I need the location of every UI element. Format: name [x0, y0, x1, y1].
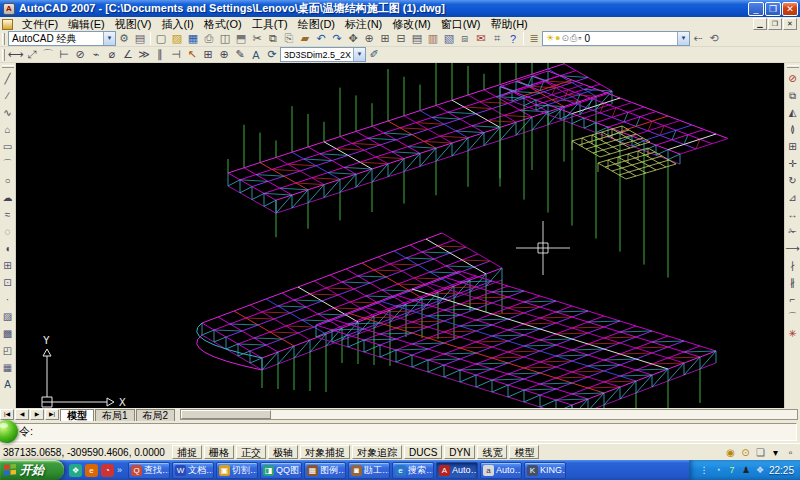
new-file-icon[interactable]: ▢ [153, 31, 169, 46]
gradient-icon[interactable]: ▩ [0, 325, 15, 342]
menu-item-2[interactable]: 视图(V) [110, 17, 157, 31]
dim-arclength-icon[interactable]: ⌒ [40, 47, 56, 62]
dyn-toggle[interactable]: DYN [444, 445, 475, 459]
break-point-icon[interactable]: ∤ [785, 257, 800, 274]
move-icon[interactable]: ✛ [785, 155, 800, 172]
osnap-toggle[interactable]: 对象捕捉 [300, 445, 350, 459]
polyline-icon[interactable]: ∿ [0, 104, 15, 121]
chevron-down-icon[interactable]: ▼ [677, 32, 689, 45]
tab-layout1[interactable]: 布局1 [95, 409, 135, 421]
task-photo[interactable]: ◙勘工… [348, 462, 390, 479]
redo-icon[interactable]: ↷ [329, 31, 345, 46]
toolbar-grip[interactable] [2, 49, 5, 61]
snap-toggle[interactable]: 捕捉 [172, 445, 202, 459]
offset-icon[interactable]: ≬ [785, 121, 800, 138]
start-button[interactable]: 开始 [0, 460, 64, 480]
construction-line-icon[interactable]: ∕ [0, 87, 15, 104]
erase-icon[interactable]: ⊘ [785, 70, 800, 87]
show-desktop-icon[interactable]: ❖ [69, 464, 82, 477]
clean-screen-icon[interactable]: ❏ [754, 446, 767, 459]
tray-update-icon[interactable]: ❖ [754, 464, 766, 476]
zoom-previous-icon[interactable]: ⊟ [393, 31, 409, 46]
restore-button[interactable]: ❐ [765, 2, 781, 16]
workspace-combo[interactable]: AutoCAD 经典 ▼ [8, 31, 116, 46]
tab-nav-0[interactable]: |◀ [0, 409, 14, 420]
annotation-scale-icon[interactable]: ◉ [724, 446, 737, 459]
toolbar-grip[interactable] [2, 33, 5, 45]
document-icon[interactable] [2, 19, 13, 30]
scale-icon[interactable]: ⊿ [785, 189, 800, 206]
ortho-toggle[interactable]: 正交 [236, 445, 266, 459]
dim-style-combo[interactable]: 3D3SDim2.5_2X ▼ [280, 47, 366, 62]
menu-item-5[interactable]: 工具(T) [247, 17, 293, 31]
freeze-icon[interactable]: ● [555, 33, 560, 44]
fillet-icon[interactable]: ⌒ [785, 308, 800, 325]
layer-combo[interactable]: ☀●⊙⎙▫ 0 ▼ [542, 31, 690, 46]
tab-nav-3[interactable]: ▶| [45, 409, 59, 420]
dim-baseline-icon[interactable]: ∥ [152, 47, 168, 62]
extend-icon[interactable]: ⟶ [785, 240, 800, 257]
menu-item-7[interactable]: 标注(N) [340, 17, 387, 31]
mirror-icon[interactable]: ◭ [785, 104, 800, 121]
task-autocad[interactable]: AAuto… [436, 462, 478, 479]
ie-quick-icon[interactable]: e [85, 464, 98, 477]
child-minimize-button[interactable]: ▁ [753, 18, 767, 30]
chamfer-icon[interactable]: ⌐ [785, 291, 800, 308]
ducs-toggle[interactable]: DUCS [404, 445, 442, 459]
menu-item-6[interactable]: 绘图(D) [293, 17, 340, 31]
line-icon[interactable]: ╱ [0, 70, 15, 87]
task-qq-find[interactable]: Q查找… [128, 462, 170, 479]
model-space-toggle[interactable]: 模型 [509, 445, 539, 459]
explode-icon[interactable]: ✳ [785, 325, 800, 342]
grid-toggle[interactable]: 栅格 [204, 445, 234, 459]
dim-diameter-icon[interactable]: ⌀ [104, 47, 120, 62]
color-swatch[interactable]: ▫ [578, 33, 581, 44]
horizontal-scrollbar[interactable] [180, 409, 798, 420]
circle-icon[interactable]: ○ [0, 172, 15, 189]
insert-block-icon[interactable]: ⊞ [0, 257, 15, 274]
close-button[interactable]: ✕ [782, 2, 798, 16]
minimize-button[interactable]: _ [748, 2, 764, 16]
task-king[interactable]: KKING… [524, 462, 566, 479]
menu-item-8[interactable]: 修改(M) [387, 17, 436, 31]
arc-icon[interactable]: ⌒ [0, 155, 15, 172]
bulb-icon[interactable]: ☀ [546, 33, 554, 44]
dim-centermark-icon[interactable]: ⊕ [216, 47, 232, 62]
toolbar-grip[interactable] [2, 65, 14, 68]
menu-item-1[interactable]: 编辑(E) [63, 17, 110, 31]
zoom-window-icon[interactable]: ⊞ [377, 31, 393, 46]
tray-sogou-icon[interactable]: 7 [726, 464, 738, 476]
mtext-icon[interactable]: A [0, 376, 15, 393]
designcenter-icon[interactable]: ▥ [425, 31, 441, 46]
undo-icon[interactable]: ↶ [313, 31, 329, 46]
revision-cloud-icon[interactable]: ☁ [0, 189, 15, 206]
dim-aligned-icon[interactable]: ⤢ [24, 47, 40, 62]
task-picture[interactable]: ▦图例… [304, 462, 346, 479]
tab-nav-1[interactable]: ◀ [15, 409, 29, 420]
publish-icon[interactable]: ⬒ [233, 31, 249, 46]
ellipse-arc-icon[interactable]: ◖ [0, 240, 15, 257]
drawing-canvas[interactable]: YX [16, 63, 784, 408]
task-qq-image[interactable]: ◨QQ图… [260, 462, 302, 479]
menu-item-4[interactable]: 格式(O) [199, 17, 247, 31]
stretch-icon[interactable]: ↔ [785, 206, 800, 223]
menu-item-10[interactable]: 帮助(H) [486, 17, 533, 31]
layer-previous-icon[interactable]: ⟲ [706, 31, 722, 46]
dim-jogged-icon[interactable]: ⌁ [88, 47, 104, 62]
zoom-realtime-icon[interactable]: ⊕ [361, 31, 377, 46]
toolbar-grip[interactable] [787, 65, 799, 68]
dim-text-edit-icon[interactable]: A [248, 47, 264, 62]
otrack-toggle[interactable]: 对象追踪 [352, 445, 402, 459]
pan-icon[interactable]: ✥ [345, 31, 361, 46]
rectangle-icon[interactable]: ▭ [0, 138, 15, 155]
workspace-settings-icon[interactable]: ⚙ [116, 31, 132, 46]
child-restore-button[interactable]: ❐ [768, 18, 782, 30]
menu-item-9[interactable]: 窗口(W) [436, 17, 486, 31]
task-word-doc[interactable]: W文档… [172, 462, 214, 479]
save-file-icon[interactable]: ▦ [185, 31, 201, 46]
break-icon[interactable]: ∦ [785, 274, 800, 291]
help-icon[interactable]: ? [505, 31, 521, 46]
scrollbar-thumb[interactable] [181, 410, 271, 419]
dim-continue-icon[interactable]: ⊣ [168, 47, 184, 62]
trim-icon[interactable]: ✁ [785, 223, 800, 240]
